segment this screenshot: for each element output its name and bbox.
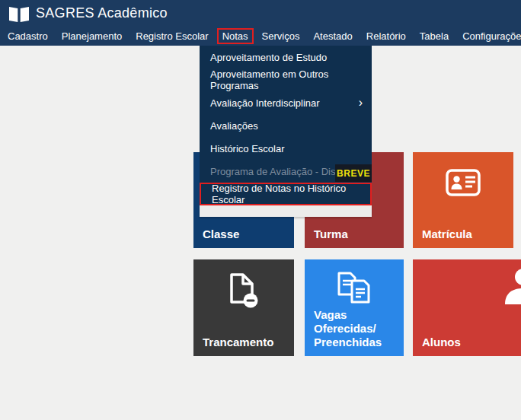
tile-trancamento-label: Trancamento xyxy=(203,336,273,349)
dropdown-item-aproveitamento-de-estudo[interactable]: Aproveitamento de Estudo xyxy=(200,46,372,68)
dropdown-item-avaliacoes[interactable]: Avaliações xyxy=(200,114,372,137)
menu-item-configuracoes[interactable]: Configurações xyxy=(455,29,521,43)
tile-vagas-label-line1: Vagas Oferecidas/ xyxy=(314,308,376,335)
app-title: SAGRES Acadêmico xyxy=(36,5,168,21)
dropdown-item-label: Avaliação Interdisciplinar xyxy=(210,97,320,109)
menu-item-atestado[interactable]: Atestado xyxy=(306,29,359,43)
dropdown-footer-strip xyxy=(200,205,372,217)
person-icon xyxy=(503,268,521,307)
menu-item-cadastro[interactable]: Cadastro xyxy=(1,29,55,43)
tile-matricula[interactable]: Matrícula xyxy=(413,152,513,248)
dropdown-item-historico-escolar[interactable]: Histórico Escolar xyxy=(200,137,372,160)
main-menubar: Cadastro Planejamento Registro Escolar N… xyxy=(1,27,521,44)
document-minus-icon xyxy=(226,272,261,311)
tile-vagas-oferecidas-preenchidas[interactable]: Vagas Oferecidas/ Preenchidas xyxy=(305,259,404,356)
tile-alunos-label: Alunos xyxy=(422,336,461,349)
app-header: SAGRES Acadêmico Cadastro Planejamento R… xyxy=(0,0,521,46)
notas-dropdown-items: Aproveitamento de Estudo Aproveitamento … xyxy=(200,46,372,205)
tile-alunos[interactable]: Alunos xyxy=(413,259,521,356)
sagres-app-window: SAGRES Acadêmico Cadastro Planejamento R… xyxy=(0,0,521,420)
open-book-logo-icon xyxy=(8,5,30,27)
tile-turma-label: Turma xyxy=(314,228,348,241)
submenu-chevron-icon: › xyxy=(359,97,363,109)
tile-matricula-label: Matrícula xyxy=(422,228,472,241)
menu-item-notas[interactable]: Notas xyxy=(217,28,254,44)
tile-vagas-label: Vagas Oferecidas/ Preenchidas xyxy=(314,308,404,349)
tile-vagas-label-line2: Preenchidas xyxy=(314,336,382,348)
notas-dropdown-menu: Aproveitamento de Estudo Aproveitamento … xyxy=(200,46,372,217)
menu-item-relatorio[interactable]: Relatório xyxy=(360,29,413,43)
tile-classe-label: Classe xyxy=(203,228,239,241)
dropdown-item-avaliacao-interdisciplinar[interactable]: Avaliação Interdisciplinar › xyxy=(200,91,372,114)
menu-item-servicos[interactable]: Serviços xyxy=(255,29,307,43)
dropdown-item-aproveitamento-outros-programas[interactable]: Aproveitamento em Outros Programas xyxy=(200,68,372,91)
menu-item-planejamento[interactable]: Planejamento xyxy=(55,29,129,43)
menu-item-tabela[interactable]: Tabela xyxy=(413,29,455,43)
documents-copy-icon xyxy=(335,270,373,308)
id-card-icon xyxy=(446,169,481,199)
tile-trancamento[interactable]: Trancamento xyxy=(193,259,294,356)
breve-badge: BREVE xyxy=(335,164,372,182)
menu-item-registro-escolar[interactable]: Registro Escolar xyxy=(129,29,215,43)
dropdown-item-registro-de-notas-no-historico-escolar[interactable]: Registro de Notas no Histórico Escolar xyxy=(200,183,372,205)
